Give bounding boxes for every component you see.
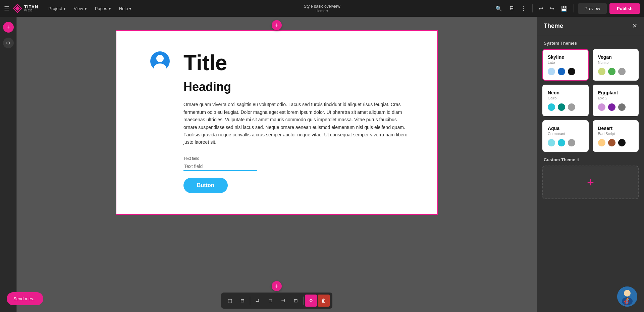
topbar-right-actions: 🔍 🖥 ⋮ ↩ ↪ 💾 Preview Publish bbox=[493, 3, 640, 14]
toolbar-grid-icon[interactable]: ⊟ bbox=[236, 295, 249, 307]
page-content: Title Heading Ornare quam viverra orci s… bbox=[116, 31, 437, 213]
preview-button[interactable]: Preview bbox=[578, 3, 607, 14]
toolbar-expand-icon[interactable]: □ bbox=[264, 295, 276, 307]
theme-name-vegan: Vegan bbox=[598, 54, 634, 60]
canvas-area: + Title Heading Ornare quam viver bbox=[17, 17, 537, 312]
add-section-bottom-button[interactable]: + bbox=[272, 281, 282, 291]
color-dot-1 bbox=[548, 68, 555, 75]
publish-button[interactable]: Publish bbox=[609, 3, 640, 14]
search-icon[interactable]: 🔍 bbox=[493, 4, 504, 13]
canvas-page: Title Heading Ornare quam viverra orci s… bbox=[116, 30, 438, 215]
nav-pages[interactable]: Pages▾ bbox=[92, 4, 114, 13]
divider bbox=[532, 4, 533, 12]
svg-point-3 bbox=[156, 55, 164, 62]
svg-marker-1 bbox=[15, 6, 20, 11]
theme-card-eggplant[interactable]: Eggplant Exo 2 bbox=[593, 85, 639, 116]
color-dot-v3 bbox=[618, 68, 626, 75]
info-icon: ℹ bbox=[577, 158, 579, 162]
svg-text:🦸: 🦸 bbox=[622, 297, 631, 306]
page-title: Title bbox=[183, 51, 410, 75]
page-body-text: Ornare quam viverra orci sagittis eu vol… bbox=[183, 101, 410, 146]
theme-name-eggplant: Eggplant bbox=[598, 90, 634, 95]
theme-card-skyline[interactable]: Skyline Lato bbox=[542, 49, 589, 81]
theme-name-skyline: Skyline bbox=[548, 54, 583, 60]
undo-icon[interactable]: ↩ bbox=[537, 4, 545, 13]
color-dot-a3 bbox=[568, 139, 575, 146]
theme-card-neon[interactable]: Neon Cairo bbox=[542, 85, 589, 116]
nav-view[interactable]: View▾ bbox=[70, 4, 90, 13]
theme-name-aqua: Aqua bbox=[548, 126, 583, 131]
page-form: Text field bbox=[183, 156, 410, 171]
theme-colors-desert bbox=[598, 139, 634, 146]
page-text-block: Title Heading Ornare quam viverra orci s… bbox=[183, 51, 410, 193]
logo-icon bbox=[13, 4, 22, 13]
page-title-label: Style basic overview bbox=[304, 4, 340, 9]
toolbar-dashed-select[interactable]: ⬚ bbox=[224, 295, 236, 307]
avatar-icon bbox=[150, 51, 170, 71]
add-custom-theme-button[interactable]: + bbox=[542, 166, 639, 199]
theme-card-desert[interactable]: Desert Bad Script bbox=[593, 120, 639, 152]
nav-help[interactable]: Help▾ bbox=[116, 4, 135, 13]
add-element-button[interactable]: + bbox=[3, 22, 14, 33]
theme-font-eggplant: Exo 2 bbox=[598, 96, 634, 100]
nav-project[interactable]: Project▾ bbox=[45, 4, 69, 13]
color-dot-n3 bbox=[568, 103, 575, 111]
support-avatar-icon: 🦸 bbox=[617, 286, 637, 307]
save-icon[interactable]: 💾 bbox=[559, 4, 570, 13]
main-layout: + ⚙ + Title bbox=[0, 17, 644, 312]
color-dot-n1 bbox=[548, 103, 555, 111]
toolbar-swap-icon[interactable]: ⇄ bbox=[252, 295, 264, 307]
color-dot-e3 bbox=[618, 103, 626, 111]
content-row: Title Heading Ornare quam viverra orci s… bbox=[150, 51, 410, 193]
theme-colors-vegan bbox=[598, 68, 634, 75]
hamburger-icon[interactable]: ☰ bbox=[4, 5, 9, 12]
color-dot-e1 bbox=[598, 103, 605, 111]
page-button[interactable]: Button bbox=[183, 178, 228, 193]
device-preview-icon[interactable]: 🖥 bbox=[507, 4, 516, 13]
avatar-corner[interactable]: 🦸 bbox=[617, 286, 637, 307]
avatar bbox=[150, 51, 170, 73]
floating-toolbar: ⬚ ⊟ ⇄ □ ⊣ ⊡ ⚙ 🗑 bbox=[221, 293, 332, 309]
color-dot-v2 bbox=[608, 68, 615, 75]
more-options-icon[interactable]: ⋮ bbox=[519, 4, 528, 13]
svg-point-6 bbox=[624, 290, 631, 297]
page-heading: Heading bbox=[183, 80, 410, 94]
theme-panel-header: Theme ✕ bbox=[537, 17, 644, 35]
theme-font-skyline: Lato bbox=[548, 60, 583, 64]
theme-colors-aqua bbox=[548, 139, 583, 146]
theme-card-aqua[interactable]: Aqua Cormorant bbox=[542, 120, 589, 152]
toolbar-fullscreen-icon[interactable]: ⊡ bbox=[290, 295, 302, 307]
theme-colors-skyline bbox=[548, 68, 583, 75]
theme-close-button[interactable]: ✕ bbox=[632, 22, 637, 30]
color-dot-v1 bbox=[598, 68, 605, 75]
color-dot-n2 bbox=[558, 103, 565, 111]
color-dot-a1 bbox=[548, 139, 555, 146]
system-themes-heading: System Themes bbox=[537, 35, 644, 49]
custom-theme-grid: + bbox=[537, 166, 644, 205]
custom-theme-heading: Custom Theme ℹ bbox=[537, 152, 644, 166]
settings-button[interactable]: ⚙ bbox=[3, 38, 14, 48]
text-field-input[interactable] bbox=[183, 162, 257, 171]
add-section-top: + bbox=[272, 20, 282, 30]
logo[interactable]: TITAN WEB bbox=[13, 4, 38, 13]
theme-colors-neon bbox=[548, 103, 583, 111]
breadcrumb[interactable]: Home ▾ bbox=[304, 9, 340, 13]
toolbar-delete-icon[interactable]: 🗑 bbox=[318, 295, 330, 307]
add-section-top-button[interactable]: + bbox=[272, 20, 282, 30]
toolbar-align-left-icon[interactable]: ⊣ bbox=[277, 295, 289, 307]
toolbar-sep-1 bbox=[250, 297, 250, 305]
toolbar-settings-icon[interactable]: ⚙ bbox=[305, 295, 317, 307]
color-dot-2 bbox=[558, 68, 565, 75]
color-dot-3 bbox=[568, 68, 575, 75]
theme-panel: Theme ✕ System Themes Skyline Lato Vegan… bbox=[537, 17, 644, 312]
topbar-nav: Project▾ View▾ Pages▾ Help▾ bbox=[45, 4, 493, 13]
add-icon: + bbox=[587, 175, 594, 189]
theme-card-vegan[interactable]: Vegan Nunito bbox=[593, 49, 639, 81]
toolbar-sep-2 bbox=[303, 297, 304, 305]
redo-icon[interactable]: ↪ bbox=[548, 4, 556, 13]
chat-button[interactable]: Send mes... bbox=[7, 292, 43, 305]
theme-panel-title: Theme bbox=[544, 23, 563, 30]
color-dot-d2 bbox=[608, 139, 615, 146]
left-sidebar: + ⚙ bbox=[0, 17, 17, 312]
theme-name-neon: Neon bbox=[548, 90, 583, 95]
